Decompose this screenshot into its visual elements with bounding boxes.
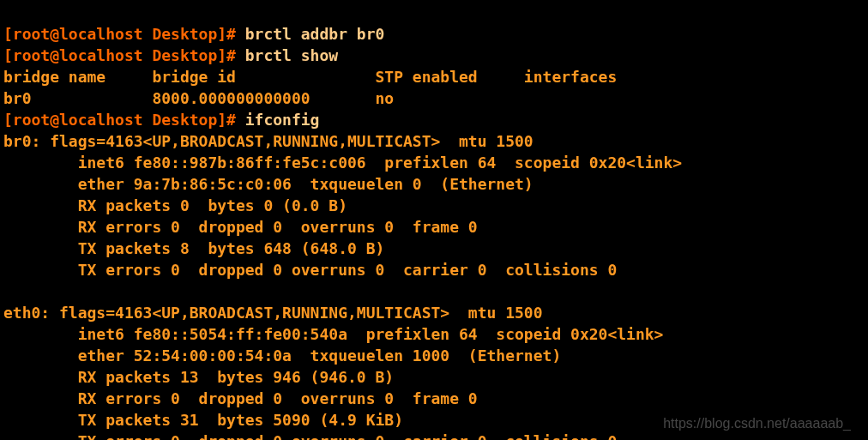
- prompt-line-2: [root@localhost Desktop]#: [3, 46, 245, 64]
- cmd-addbr: brctl addbr br0: [245, 25, 385, 43]
- prompt-line-1: [root@localhost Desktop]#: [3, 25, 245, 43]
- watermark-text: https://blog.csdn.net/aaaaaab_: [663, 416, 851, 431]
- ifconfig-br0-l1: br0: flags=4163<UP,BROADCAST,RUNNING,MUL…: [3, 132, 533, 150]
- cmd-ifconfig: ifconfig: [245, 111, 320, 129]
- ifconfig-eth0-l6: TX packets 31 bytes 5090 (4.9 KiB): [3, 411, 403, 429]
- brctl-show-header: bridge name bridge id STP enabled interf…: [3, 68, 617, 86]
- ifconfig-eth0-l3: ether 52:54:00:00:54:0a txqueuelen 1000 …: [3, 347, 561, 365]
- ifconfig-br0-l3: ether 9a:7b:86:5c:c0:06 txqueuelen 0 (Et…: [3, 175, 533, 193]
- ifconfig-br0-l4: RX packets 0 bytes 0 (0.0 B): [3, 196, 347, 214]
- brctl-show-row: br0 8000.000000000000 no: [3, 89, 394, 107]
- ifconfig-eth0-l1: eth0: flags=4163<UP,BROADCAST,RUNNING,MU…: [3, 304, 543, 322]
- ifconfig-br0-l2: inet6 fe80::987b:86ff:fe5c:c006 prefixle…: [3, 154, 682, 172]
- terminal-output[interactable]: [root@localhost Desktop]# brctl addbr br…: [0, 0, 868, 440]
- cmd-show: brctl show: [245, 46, 338, 64]
- ifconfig-br0-l5: RX errors 0 dropped 0 overruns 0 frame 0: [3, 218, 478, 236]
- ifconfig-br0-l7: TX errors 0 dropped 0 overruns 0 carrier…: [3, 261, 617, 279]
- blank-line: [3, 282, 13, 300]
- ifconfig-br0-l6: TX packets 8 bytes 648 (648.0 B): [3, 239, 384, 257]
- ifconfig-eth0-l5: RX errors 0 dropped 0 overruns 0 frame 0: [3, 389, 478, 407]
- ifconfig-eth0-l4: RX packets 13 bytes 946 (946.0 B): [3, 368, 394, 386]
- ifconfig-eth0-l7: TX errors 0 dropped 0 overruns 0 carrier…: [3, 432, 617, 440]
- prompt-line-3: [root@localhost Desktop]#: [3, 111, 245, 129]
- ifconfig-eth0-l2: inet6 fe80::5054:ff:fe00:540a prefixlen …: [3, 325, 663, 343]
